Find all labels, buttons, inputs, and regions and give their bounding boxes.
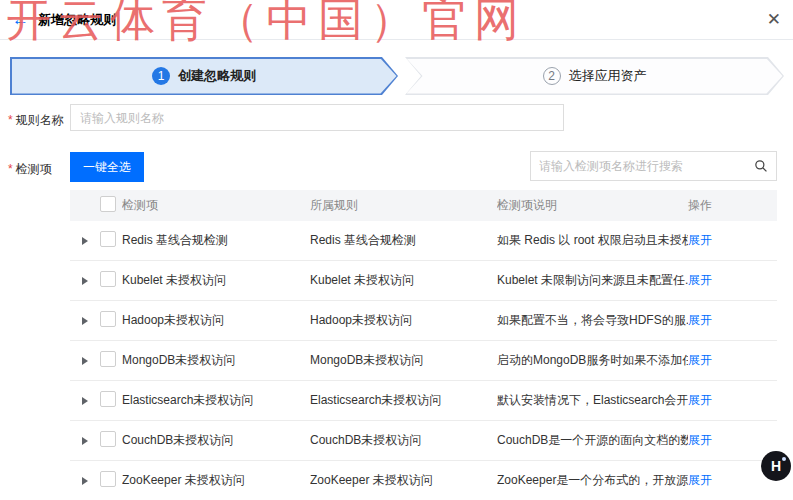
expand-triangle-icon[interactable] (82, 357, 88, 365)
expand-triangle-icon[interactable] (82, 397, 88, 405)
expand-link[interactable]: 展开 (688, 473, 712, 487)
step-select-assets: 2 选择应用资产 (405, 57, 784, 95)
column-header-rule: 所属规则 (310, 197, 497, 214)
close-icon[interactable]: ✕ (767, 11, 781, 28)
required-mark: * (8, 162, 13, 176)
back-arrow-icon[interactable]: ← (12, 11, 29, 28)
expand-triangle-icon[interactable] (82, 277, 88, 285)
cell-detection-item: ZooKeeper 未授权访问 (122, 472, 310, 489)
cell-description: CouchDB是一个开源的面向文档的数... (497, 432, 688, 449)
cell-parent-rule: Redis 基线合规检测 (310, 232, 497, 249)
expand-triangle-icon[interactable] (82, 477, 88, 485)
table-body: Redis 基线合规检测 Redis 基线合规检测 如果 Redis 以 roo… (70, 221, 777, 500)
step1-number-badge: 1 (152, 67, 170, 85)
expand-triangle-icon[interactable] (82, 437, 88, 445)
step-create-rule: 1 创建忽略规则 (10, 57, 398, 95)
row-checkbox[interactable] (100, 431, 116, 447)
row-checkbox[interactable] (100, 391, 116, 407)
cell-detection-item: CouchDB未授权访问 (122, 432, 310, 449)
cell-description: 默认安装情况下，Elasticsearch会开... (497, 392, 688, 409)
cell-parent-rule: Kubelet 未授权访问 (310, 272, 497, 289)
cell-description: 如果配置不当，将会导致HDFS的服... (497, 312, 688, 329)
table-row: MongoDB未授权访问 MongoDB未授权访问 启动的MongoDB服务时如… (70, 341, 777, 381)
row-checkbox[interactable] (100, 351, 116, 367)
cell-detection-item: Redis 基线合规检测 (122, 232, 310, 249)
table-row: ZooKeeper 未授权访问 ZooKeeper 未授权访问 ZooKeepe… (70, 461, 777, 500)
cell-description: 启动的MongoDB服务时如果不添加任... (497, 352, 688, 369)
floating-help-button[interactable]: H (761, 451, 791, 481)
table-header-row: 检测项 所属规则 检测项说明 操作 (70, 190, 777, 221)
cell-parent-rule: Elasticsearch未授权访问 (310, 392, 497, 409)
dialog-header: ← 新增忽略规则 ✕ (0, 0, 793, 40)
rule-name-input[interactable] (70, 104, 564, 131)
search-icon[interactable] (754, 159, 768, 173)
row-checkbox[interactable] (100, 231, 116, 247)
cell-description: Kubelet 未限制访问来源且未配置任... (497, 272, 688, 289)
notification-dot (782, 457, 786, 461)
row-checkbox[interactable] (100, 311, 116, 327)
step-wizard: 1 创建忽略规则 2 选择应用资产 (10, 57, 784, 95)
cell-detection-item: Hadoop未授权访问 (122, 312, 310, 329)
row-checkbox[interactable] (100, 271, 116, 287)
cell-description: ZooKeeper是一个分布式的，开放源... (497, 472, 688, 489)
search-box[interactable] (530, 151, 777, 181)
expand-link[interactable]: 展开 (688, 393, 712, 407)
cell-description: 如果 Redis 以 root 权限启动且未授权... (497, 232, 688, 249)
expand-link[interactable]: 展开 (688, 233, 712, 247)
table-row: Hadoop未授权访问 Hadoop未授权访问 如果配置不当，将会导致HDFS的… (70, 301, 777, 341)
table-row: CouchDB未授权访问 CouchDB未授权访问 CouchDB是一个开源的面… (70, 421, 777, 461)
cell-detection-item: Kubelet 未授权访问 (122, 272, 310, 289)
expand-link[interactable]: 展开 (688, 433, 712, 447)
column-header-desc: 检测项说明 (497, 197, 688, 214)
step1-label: 创建忽略规则 (178, 67, 256, 85)
column-header-name: 检测项 (122, 197, 310, 214)
cell-parent-rule: Hadoop未授权访问 (310, 312, 497, 329)
required-mark: * (8, 113, 13, 127)
detection-items-label: *检测项 (8, 161, 52, 178)
table-row: Redis 基线合规检测 Redis 基线合规检测 如果 Redis 以 roo… (70, 221, 777, 261)
cell-parent-rule: CouchDB未授权访问 (310, 432, 497, 449)
select-all-checkbox[interactable] (100, 196, 116, 212)
table-row: Kubelet 未授权访问 Kubelet 未授权访问 Kubelet 未限制访… (70, 261, 777, 301)
column-header-action: 操作 (688, 197, 777, 214)
step2-label: 选择应用资产 (569, 67, 647, 85)
cell-detection-item: MongoDB未授权访问 (122, 352, 310, 369)
select-all-button[interactable]: 一键全选 (70, 152, 144, 182)
floating-button-label: H (771, 458, 781, 474)
expand-link[interactable]: 展开 (688, 313, 712, 327)
search-input[interactable] (539, 159, 754, 173)
row-checkbox[interactable] (100, 471, 116, 487)
expand-triangle-icon[interactable] (82, 237, 88, 245)
rule-name-label: *规则名称 (8, 112, 64, 129)
cell-detection-item: Elasticsearch未授权访问 (122, 392, 310, 409)
page-title: 新增忽略规则 (38, 11, 116, 29)
table-row: Elasticsearch未授权访问 Elasticsearch未授权访问 默认… (70, 381, 777, 421)
detection-items-table: 检测项 所属规则 检测项说明 操作 Redis 基线合规检测 Redis 基线合… (70, 190, 777, 500)
cell-parent-rule: ZooKeeper 未授权访问 (310, 472, 497, 489)
cell-parent-rule: MongoDB未授权访问 (310, 352, 497, 369)
expand-link[interactable]: 展开 (688, 273, 712, 287)
expand-triangle-icon[interactable] (82, 317, 88, 325)
step2-number-badge: 2 (543, 67, 561, 85)
expand-link[interactable]: 展开 (688, 353, 712, 367)
